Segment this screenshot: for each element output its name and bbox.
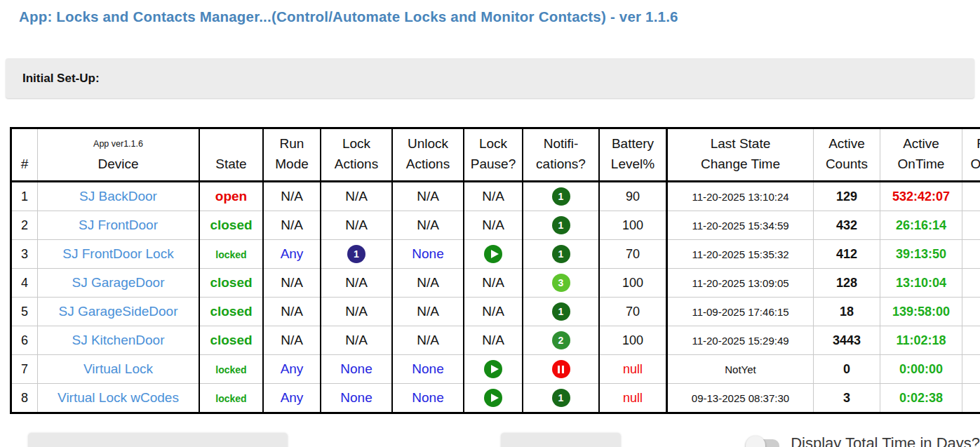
battery-cell: 70 <box>599 240 667 269</box>
row-number-cell: 2 <box>11 211 38 240</box>
col-header-state: State <box>199 128 263 182</box>
last-change-time: 11-20-2025 15:35:32 <box>692 248 788 260</box>
device-link[interactable]: SJ BackDoor <box>79 189 157 204</box>
battery-value: 100 <box>622 276 643 290</box>
unlock-actions-link[interactable]: None <box>412 361 443 376</box>
unlock-actions-cell: N/A <box>392 211 464 240</box>
state-value: locked <box>215 393 246 404</box>
unlock-actions-cell: N/A <box>392 326 464 355</box>
device-cell: SJ BackDoor <box>38 182 200 211</box>
initial-setup-section[interactable]: Initial Set-Up: <box>6 58 974 98</box>
device-link[interactable]: SJ GarageSideDoor <box>58 304 177 319</box>
device-link[interactable]: Virtual Lock <box>83 361 153 376</box>
lock-actions-link[interactable]: None <box>340 390 372 405</box>
refresh-table-button[interactable]: REFRESH Table Times, Counts, & States <box>28 433 288 447</box>
device-cell: SJ FrontDoor Lock <box>38 240 200 269</box>
run-mode-na-value: N/A <box>281 304 303 319</box>
unlock-actions-link[interactable]: None <box>412 390 443 405</box>
col-header-last-state-change: Last StateChange Time <box>667 128 814 182</box>
lock-actions-link[interactable]: None <box>340 361 372 376</box>
col-header-device: App ver1.1.6Device <box>38 128 200 182</box>
state-value: closed <box>210 333 252 347</box>
row-number-cell: 6 <box>11 326 38 355</box>
row-number-cell: 4 <box>11 269 38 298</box>
notifications-count-badge[interactable]: 1 <box>552 245 570 263</box>
run-mode-cell: Any <box>263 384 321 413</box>
reset-ontime-cell <box>962 269 980 298</box>
run-mode-na-value: N/A <box>281 189 303 204</box>
display-days-toggle[interactable] <box>749 435 779 447</box>
battery-value: 100 <box>622 218 643 232</box>
battery-cell: 100 <box>599 211 667 240</box>
unlock-actions-link[interactable]: None <box>412 246 443 261</box>
lock-pause-play-icon[interactable] <box>484 389 502 407</box>
active-counts-cell: 129 <box>814 182 880 211</box>
unlock-actions-na-value: N/A <box>417 218 439 232</box>
row-number: 6 <box>21 333 28 347</box>
lock-pause-cell: N/A <box>464 269 523 298</box>
toggle-knob[interactable] <box>746 436 765 447</box>
table-row: 4SJ GarageDoorclosedN/AN/AN/AN/A310011-2… <box>11 269 980 298</box>
lock-actions-cell: N/A <box>321 269 392 298</box>
notifications-count-badge[interactable]: 1 <box>552 302 570 321</box>
col-header-unlock-actions: UnlockActions <box>392 128 464 182</box>
device-cell: Virtual Lock wCodes <box>38 384 200 413</box>
lock-pause-play-icon[interactable] <box>484 245 502 263</box>
run-mode-link[interactable]: Any <box>281 390 304 405</box>
run-mode-cell: N/A <box>263 326 321 355</box>
unlock-actions-cell: N/A <box>392 269 464 298</box>
table-row: 2SJ FrontDoorclosedN/AN/AN/AN/A110011-20… <box>11 211 980 240</box>
row-number-cell: 8 <box>11 384 38 413</box>
run-mode-cell: Any <box>263 355 321 384</box>
footer-controls: REFRESH Table Times, Counts, & States Lo… <box>0 433 980 447</box>
col-header-lock-pause: LockPause? <box>464 128 523 182</box>
battery-cell: 90 <box>599 182 667 211</box>
unlock-actions-cell: N/A <box>392 182 464 211</box>
col-header-active-ontime: ActiveOnTime <box>880 128 962 182</box>
active-counts-value: 128 <box>836 276 857 290</box>
notifications-count-badge[interactable]: 3 <box>552 274 570 292</box>
notifications-count-badge[interactable]: 1 <box>552 389 570 407</box>
active-counts-cell: 18 <box>814 298 880 326</box>
active-ontime-value: 532:42:07 <box>892 189 950 204</box>
lock-pause-na-value: N/A <box>482 218 504 232</box>
lock-all-locks-button[interactable]: Lock All Locks <box>501 433 621 447</box>
col-header-active-counts: ActiveCounts <box>814 128 880 182</box>
lock-actions-count-badge[interactable]: 1 <box>347 245 365 263</box>
notifications-count-badge[interactable]: 1 <box>552 187 570 206</box>
active-counts-value: 18 <box>840 305 854 319</box>
lock-pause-cell <box>464 240 523 269</box>
notifications-pause-icon[interactable] <box>552 360 570 378</box>
row-number: 8 <box>21 391 28 405</box>
reset-ontime-cell <box>962 240 980 269</box>
lock-pause-play-icon[interactable] <box>484 360 502 378</box>
run-mode-link[interactable]: Any <box>281 361 304 376</box>
page-title: App: Locks and Contacts Manager...(Contr… <box>19 8 980 25</box>
col-header-num: # <box>11 128 38 182</box>
unlock-actions-na-value: N/A <box>417 304 439 319</box>
device-link[interactable]: SJ KitchenDoor <box>72 333 164 347</box>
active-counts-cell: 3443 <box>814 326 880 355</box>
lock-pause-na-value: N/A <box>482 333 504 347</box>
state-cell: open <box>199 182 263 211</box>
unlock-actions-cell: None <box>392 355 464 384</box>
state-cell: closed <box>199 269 263 298</box>
active-ontime-value: 39:13:50 <box>896 247 946 261</box>
state-value: open <box>215 189 247 204</box>
battery-value: null <box>623 362 643 376</box>
battery-value: null <box>623 391 643 405</box>
device-link[interactable]: SJ GarageDoor <box>72 275 164 290</box>
table-row: 5SJ GarageSideDoorclosedN/AN/AN/AN/A1701… <box>11 298 980 326</box>
lock-pause-cell <box>464 355 523 384</box>
notifications-count-badge[interactable]: 2 <box>552 331 570 349</box>
device-link[interactable]: SJ FrontDoor <box>79 218 158 232</box>
row-number: 1 <box>21 189 28 204</box>
state-value: locked <box>215 249 246 260</box>
notifications-count-badge[interactable]: 1 <box>552 216 570 234</box>
device-link[interactable]: SJ FrontDoor Lock <box>62 246 173 261</box>
unlock-actions-na-value: N/A <box>417 333 439 347</box>
run-mode-link[interactable]: Any <box>281 246 304 261</box>
state-cell: locked <box>199 240 263 269</box>
lock-pause-cell: N/A <box>464 326 523 355</box>
device-link[interactable]: Virtual Lock wCodes <box>58 390 179 405</box>
